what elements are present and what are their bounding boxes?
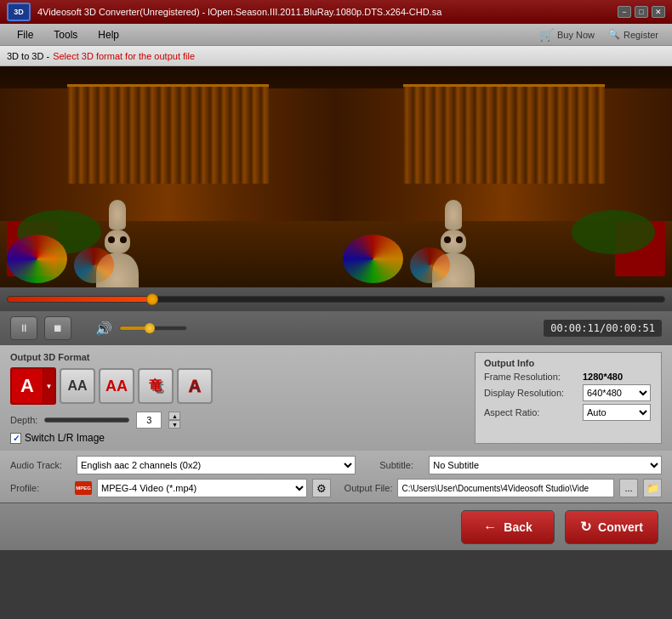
maximize-button[interactable]: □ — [635, 6, 648, 18]
switch-lr-checkbox[interactable]: ✓ — [10, 433, 21, 444]
register-button[interactable]: 🔍 Register — [601, 27, 665, 42]
frame-res-label: Frame Resolution: — [484, 372, 578, 382]
format-btn-4[interactable]: 竜 — [138, 368, 174, 404]
close-button[interactable]: ✕ — [652, 6, 665, 18]
volume-thumb[interactable] — [145, 323, 155, 333]
progress-fill — [8, 297, 152, 302]
convert-icon: ↻ — [580, 519, 591, 535]
display-res-row: Display Resolution: 640*480 1280*720 192… — [484, 384, 652, 401]
format-btn-3[interactable]: AA — [99, 368, 134, 404]
aspect-ratio-label: Aspect Ratio: — [484, 407, 578, 417]
format-btn-5[interactable]: A — [177, 368, 213, 404]
action-bar: ← Back ↻ Convert — [0, 503, 672, 550]
title-bar: 3D 4Videosoft 3D Converter(Unregistered)… — [0, 0, 672, 24]
dots-button[interactable]: ... — [619, 479, 638, 497]
subtitle-label: Subtitle: — [379, 460, 422, 470]
stop-button[interactable]: ⏹ — [44, 316, 71, 340]
checkbox-check: ✓ — [13, 434, 20, 443]
output-file-input[interactable] — [397, 479, 614, 497]
display-res-select[interactable]: 640*480 1280*720 1920*1080 — [583, 384, 651, 401]
frame-res-row: Frame Resolution: 1280*480 — [484, 372, 652, 382]
bottom-area: Audio Track: English aac 2 channels (0x2… — [0, 451, 672, 503]
display-res-label: Display Resolution: — [484, 388, 578, 398]
register-icon: 🔍 — [608, 29, 620, 40]
aspect-ratio-select[interactable]: Auto 4:3 16:9 — [583, 404, 651, 421]
depth-area: Depth: ▲ ▼ ✓ Switch L/R Image — [10, 412, 464, 444]
mpeg-icon: MPEG — [75, 481, 92, 495]
convert-label: Convert — [598, 520, 643, 534]
format-buttons: A ▼ AA AA 竜 A — [10, 367, 464, 405]
status-prefix: 3D to 3D - — [7, 51, 49, 61]
audio-row: Audio Track: English aac 2 channels (0x2… — [10, 456, 662, 474]
menu-tools[interactable]: Tools — [43, 26, 88, 43]
depth-value[interactable] — [136, 412, 162, 429]
audio-track-select[interactable]: English aac 2 channels (0x2) — [77, 456, 356, 474]
status-message: Select 3D format for the output file — [53, 51, 195, 61]
profile-label: Profile: — [10, 483, 70, 493]
pause-button[interactable]: ⏸ — [10, 316, 37, 340]
window-title: 4Videosoft 3D Converter(Unregistered) - … — [37, 7, 618, 17]
cart-icon: 🛒 — [539, 28, 554, 42]
back-label: Back — [504, 520, 532, 534]
menu-help[interactable]: Help — [88, 26, 129, 43]
settings-area: Output 3D Format A ▼ AA AA 竜 — [0, 345, 672, 451]
progress-area[interactable] — [0, 287, 672, 311]
switch-lr-label: Switch L/R Image — [25, 432, 105, 444]
volume-icon: 🔊 — [95, 321, 112, 337]
progress-track[interactable] — [7, 296, 665, 303]
depth-label: Depth: — [10, 415, 37, 425]
back-button[interactable]: ← Back — [461, 510, 555, 544]
frame-res-value: 1280*480 — [583, 372, 623, 382]
minimize-button[interactable]: − — [618, 6, 631, 18]
back-icon: ← — [483, 520, 497, 535]
progress-thumb[interactable] — [146, 293, 158, 305]
video-left — [0, 66, 336, 287]
output-info-title: Output Info — [484, 358, 652, 368]
format-section: Output 3D Format A ▼ AA AA 竜 — [10, 352, 464, 444]
profile-row: Profile: MPEG MPEG-4 Video (*.mp4) ⚙ Out… — [10, 479, 662, 497]
output-file-label: Output File: — [345, 483, 393, 493]
profile-settings-button[interactable]: ⚙ — [312, 479, 331, 497]
volume-track[interactable] — [119, 326, 187, 331]
depth-track[interactable] — [44, 417, 129, 423]
depth-down[interactable]: ▼ — [168, 420, 180, 429]
folder-button[interactable]: 📁 — [643, 479, 662, 497]
time-display: 00:00:11/00:00:51 — [544, 320, 662, 337]
output-info-section: Output Info Frame Resolution: 1280*480 D… — [475, 352, 662, 444]
audio-track-label: Audio Track: — [10, 460, 70, 470]
profile-select[interactable]: MPEG-4 Video (*.mp4) — [97, 479, 307, 497]
window-controls: − □ ✕ — [618, 6, 665, 18]
switch-lr-row: ✓ Switch L/R Image — [10, 432, 464, 444]
status-bar: 3D to 3D - Select 3D format for the outp… — [0, 46, 672, 66]
video-area — [0, 66, 672, 287]
video-right — [336, 66, 672, 287]
stop-icon: ⏹ — [53, 322, 63, 334]
depth-up[interactable]: ▲ — [168, 412, 180, 420]
buy-now-button[interactable]: 🛒 Buy Now — [532, 26, 601, 43]
format-btn-2[interactable]: AA — [60, 368, 95, 404]
depth-row: Depth: ▲ ▼ — [10, 412, 464, 429]
aspect-ratio-row: Aspect Ratio: Auto 4:3 16:9 — [484, 404, 652, 421]
app-logo: 3D — [7, 3, 31, 21]
controls-area: ⏸ ⏹ 🔊 00:00:11/00:00:51 — [0, 311, 672, 345]
depth-spinners: ▲ ▼ — [168, 412, 180, 429]
pause-icon: ⏸ — [19, 322, 29, 334]
menu-file[interactable]: File — [7, 26, 43, 43]
convert-button[interactable]: ↻ Convert — [565, 510, 658, 544]
format-btn-1[interactable]: A ▼ — [10, 367, 56, 405]
output-format-title: Output 3D Format — [10, 352, 464, 362]
subtitle-select[interactable]: No Subtitle — [429, 456, 662, 474]
menu-bar: File Tools Help 🛒 Buy Now 🔍 Register — [0, 24, 672, 46]
video-content — [0, 66, 672, 287]
